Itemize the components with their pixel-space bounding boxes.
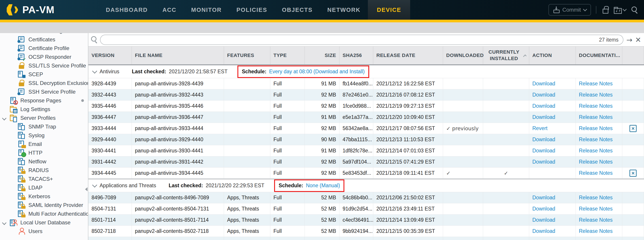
sidebar-collapse-icon[interactable] [83,187,88,191]
delete-download-icon[interactable]: × [630,125,636,132]
sidebar-item-http[interactable]: HTTP [0,148,88,157]
table-row[interactable]: 8502-7118panupv2-all-contents-8502-7118A… [88,226,644,237]
sidebar-item-log-settings[interactable]: Log Settings [0,105,88,114]
clear-filter-icon[interactable]: × [635,34,641,45]
chevron-down-icon[interactable] [622,7,626,11]
nav-tab-device[interactable]: DEVICE [368,0,410,20]
sidebar-item-users[interactable]: Users [0,227,88,236]
chevron-down-icon[interactable] [2,116,6,120]
section-header-antivirus[interactable]: AntivirusLast checked:2021/12/20 21:58:5… [88,65,644,78]
release-notes-link[interactable]: Release Notes [579,159,613,165]
column-header-documentati[interactable]: DOCUMENTATI... [576,46,622,64]
release-notes-link[interactable]: Release Notes [579,217,613,223]
global-search-icon[interactable] [631,6,639,14]
column-header-features[interactable]: FEATURES [224,46,270,64]
sidebar-item-netflow[interactable]: Netflow [0,157,88,166]
download-link[interactable]: Download [532,228,555,234]
table-row[interactable]: 3928-4439panup-all-antivirus-3928-4439Fu… [88,78,644,89]
release-notes-link[interactable]: Release Notes [579,148,613,154]
sidebar-item-certificate-profile[interactable]: Certificate Profile [0,44,88,52]
sidebar-item-scep[interactable]: SCEP [0,70,88,79]
sidebar-item-saml-identity-provider[interactable]: SAML Identity Provider [0,201,88,209]
download-link[interactable]: Download [532,137,555,143]
table-row[interactable]: 3929-4440panup-all-antivirus-3929-4440Fu… [88,134,644,145]
schedule-link[interactable]: None (Manual) [306,183,340,189]
download-link[interactable]: Download [532,114,555,120]
release-notes-link[interactable]: Release Notes [579,125,613,131]
nav-tab-objects[interactable]: OBJECTS [274,0,320,20]
apply-filter-icon[interactable]: → [626,36,632,44]
column-header-size[interactable]: SIZE [305,46,340,64]
column-header-release-date[interactable]: RELEASE DATE [373,46,443,64]
table-row[interactable]: 3935-4446panup-all-antivirus-3935-4446Fu… [88,101,644,112]
commit-button[interactable]: Commit [548,4,591,16]
column-header-currently-installed[interactable]: CURRENTLY INSTALLED [483,46,529,64]
column-header-file-name[interactable]: FILE NAME [132,46,224,64]
table-row[interactable]: 3934-4445panup-all-antivirus-3934-4445Fu… [88,168,644,179]
revert-link[interactable]: Revert [532,125,548,131]
release-notes-link[interactable]: Release Notes [579,81,613,87]
release-notes-link[interactable]: Release Notes [579,170,613,176]
table-row[interactable]: 8501-7114panupv2-all-contents-8501-7114A… [88,215,644,226]
release-notes-link[interactable]: Release Notes [579,228,613,234]
nav-tab-monitor[interactable]: MONITOR [184,0,229,20]
column-header-empty[interactable] [622,46,644,64]
download-link[interactable]: Download [532,195,555,201]
download-link[interactable]: Download [532,217,555,223]
nav-tab-network[interactable]: NETWORK [320,0,368,20]
sidebar-item-response-pages[interactable]: Response Pages [0,96,88,105]
lock-icon[interactable] [601,6,609,14]
sidebar-item-certificates[interactable]: Certificates [0,35,88,44]
sidebar-item-local-user-database[interactable]: Local User Database [0,218,88,227]
table-row[interactable]: 8493-7073panupv2-all-contents-8493-7073A… [88,237,644,240]
sidebar-item-kerberos[interactable]: Kerberos [0,192,88,201]
sidebar-item-radius[interactable]: RADIUS [0,166,88,175]
table-row[interactable]: 3931-4442panup-all-antivirus-3931-4442Fu… [88,156,644,168]
sidebar-item-syslog[interactable]: Syslog [0,131,88,140]
sidebar-item-server-profiles[interactable]: Server Profiles [0,114,88,122]
config-transfer-icon[interactable]: ↓↑ [614,6,622,14]
download-link[interactable]: Download [532,103,555,109]
download-link[interactable]: Download [532,81,555,87]
download-link[interactable]: Download [532,92,555,98]
table-row[interactable]: 3932-4443panup-all-antivirus-3932-4443Fu… [88,89,644,101]
table-row[interactable]: 3933-4444panup-all-antivirus-3933-4444Fu… [88,123,644,134]
release-notes-link[interactable]: Release Notes [579,206,613,212]
download-link[interactable]: Download [532,148,555,154]
release-notes-link[interactable]: Release Notes [579,195,613,201]
release-notes-link[interactable]: Release Notes [579,103,613,109]
delete-download-icon[interactable]: × [630,170,636,177]
release-notes-link[interactable]: Release Notes [579,114,613,120]
sidebar-item-snmp-trap[interactable]: SNMP Trap [0,122,88,131]
table-row[interactable]: 3936-4447panup-all-antivirus-3936-4447Fu… [88,112,644,123]
search-input[interactable]: 27 items [100,35,624,45]
sidebar-item-certificate-management[interactable]: Certificate Management [0,33,88,35]
sidebar-item-ssh-service-profile[interactable]: SSH Service Profile [0,87,88,96]
column-header-type[interactable]: TYPE [270,46,305,64]
sidebar-item-ssl-tls-service-profile[interactable]: SSL/TLS Service Profile [0,61,88,70]
column-header-action[interactable]: ACTION [529,46,576,64]
chevron-down-icon[interactable] [92,182,97,188]
chevron-down-icon[interactable] [2,221,6,225]
sidebar-item-tacacs[interactable]: TACACS+ [0,175,88,183]
chevron-down-icon[interactable] [92,68,97,73]
nav-tab-policies[interactable]: POLICIES [229,0,274,20]
sidebar-item-multi-factor-authentication[interactable]: Multi Factor Authentication [0,209,88,218]
table-row[interactable]: 3930-4441panup-all-antivirus-3930-4441Fu… [88,145,644,156]
table-row[interactable]: 8496-7089panupv2-all-contents-8496-7089A… [88,192,644,203]
schedule-link[interactable]: Every day at 08:00 (Download and Install… [269,69,365,75]
column-header-version[interactable]: VERSION [88,46,132,64]
release-notes-link[interactable]: Release Notes [579,137,613,143]
download-link[interactable]: Download [532,206,555,212]
section-header-applications-and-threats[interactable]: Applications and ThreatsLast checked:202… [88,179,644,192]
nav-tab-dashboard[interactable]: DASHBOARD [98,0,155,20]
nav-tab-acc[interactable]: ACC [155,0,184,20]
column-header-sha256[interactable]: SHA256 [340,46,373,64]
sidebar-item-email[interactable]: Email [0,140,88,148]
table-row[interactable]: 8504-7131panupv2-all-contents-8504-7131A… [88,203,644,215]
sidebar-item-ssl-decryption-exclusion[interactable]: SSL Decryption Exclusion [0,79,88,87]
sidebar-item-ocsp-responder[interactable]: OCSP Responder [0,52,88,61]
download-link[interactable]: Download [532,159,555,165]
column-header-downloaded[interactable]: DOWNLOADED [443,46,483,64]
sidebar-item-ldap[interactable]: LDAP [0,183,88,192]
